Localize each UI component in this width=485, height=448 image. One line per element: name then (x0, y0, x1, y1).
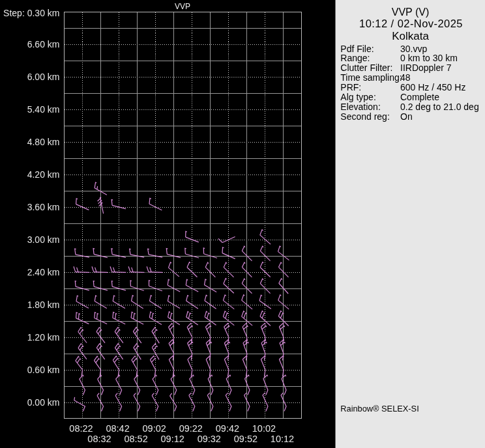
svg-text:3.00 km: 3.00 km (27, 234, 60, 245)
svg-text:1.20 km: 1.20 km (27, 332, 60, 343)
svg-text:08:52: 08:52 (124, 434, 147, 444)
svg-text:0 km to 30 km: 0 km to 30 km (400, 53, 458, 63)
svg-text:Step: 0.30 km: Step: 0.30 km (3, 8, 59, 18)
svg-text:09:02: 09:02 (143, 423, 166, 434)
svg-text:Complete: Complete (400, 92, 439, 102)
svg-text:09:32: 09:32 (198, 434, 221, 444)
svg-text:On: On (400, 111, 413, 122)
svg-text:1.80 km: 1.80 km (27, 300, 60, 310)
svg-text:VVP (V): VVP (V) (392, 7, 430, 18)
svg-text:Clutter Filter:: Clutter Filter: (340, 63, 392, 73)
svg-text:10:12: 10:12 (271, 434, 294, 444)
svg-text:6.00 km: 6.00 km (27, 72, 60, 82)
svg-text:0.2 deg to 21.0 deg: 0.2 deg to 21.0 deg (400, 102, 479, 112)
svg-text:0.60 km: 0.60 km (27, 365, 60, 375)
svg-text:IIRDoppler 7: IIRDoppler 7 (400, 63, 452, 73)
svg-text:2.40 km: 2.40 km (27, 267, 60, 277)
svg-text:0.00 km: 0.00 km (27, 397, 60, 408)
svg-text:Kolkata: Kolkata (392, 30, 429, 42)
svg-text:PRF:: PRF: (340, 82, 361, 92)
svg-text:6.60 km: 6.60 km (27, 39, 60, 49)
svg-text:30.vvp: 30.vvp (400, 44, 427, 54)
svg-text:09:52: 09:52 (234, 434, 257, 444)
svg-text:Rainbow® SELEX-SI: Rainbow® SELEX-SI (340, 404, 419, 413)
svg-text:Range:: Range: (340, 53, 370, 63)
svg-text:4.80 km: 4.80 km (27, 137, 60, 147)
svg-text:09:42: 09:42 (216, 423, 239, 434)
svg-text:Time sampling:: Time sampling: (340, 72, 402, 83)
svg-text:Second reg:: Second reg: (340, 111, 390, 122)
svg-text:600 Hz / 450 Hz: 600 Hz / 450 Hz (400, 82, 465, 92)
svg-text:08:22: 08:22 (69, 423, 93, 434)
svg-text:Pdf File:: Pdf File: (340, 44, 374, 54)
svg-text:48: 48 (400, 72, 411, 83)
svg-text:10:12 / 02-Nov-2025: 10:12 / 02-Nov-2025 (359, 18, 463, 29)
svg-text:VVP: VVP (175, 2, 190, 11)
svg-text:4.20 km: 4.20 km (27, 169, 60, 180)
svg-text:10:02: 10:02 (252, 423, 276, 434)
svg-text:09:22: 09:22 (179, 423, 203, 434)
svg-text:08:42: 08:42 (106, 423, 129, 434)
svg-text:Alg type:: Alg type: (340, 92, 375, 102)
svg-text:08:32: 08:32 (87, 434, 111, 444)
svg-text:3.60 km: 3.60 km (27, 202, 60, 212)
svg-text:5.40 km: 5.40 km (27, 104, 60, 115)
svg-text:09:12: 09:12 (161, 434, 184, 444)
svg-text:Elevation:: Elevation: (340, 102, 380, 112)
